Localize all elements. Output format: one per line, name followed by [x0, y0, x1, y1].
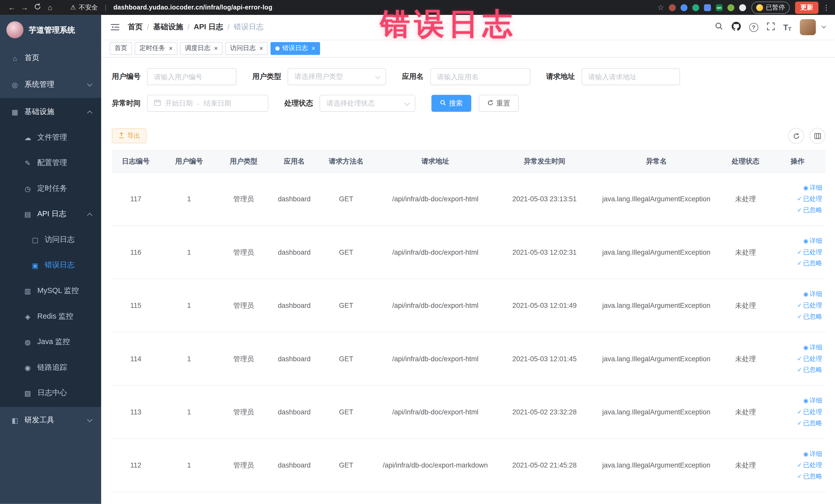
forward-icon[interactable]: → [18, 3, 31, 12]
detail-link[interactable]: ◉详细 [772, 395, 822, 406]
avatar-caret-icon[interactable] [822, 24, 826, 28]
cell-actions: ◉详细 ✓已处理 ✓已忽略 [770, 226, 826, 279]
sidebar-item-file-management[interactable]: ☁ 文件管理 [0, 124, 101, 150]
check-icon: ✓ [797, 355, 802, 362]
browser-menu-icon[interactable]: ⋮ [823, 3, 830, 11]
mark-processed-link[interactable]: ✓已处理 [772, 247, 822, 258]
mark-ignored-link[interactable]: ✓已忽略 [772, 258, 822, 269]
user-id-input[interactable] [147, 68, 237, 85]
extension-icon-paw[interactable] [739, 4, 746, 11]
sidebar-item-tracing[interactable]: ◉ 链路追踪 [0, 355, 101, 381]
tab-close-icon[interactable]: × [214, 45, 218, 52]
sidebar-item-label: 研发工具 [24, 416, 54, 425]
tab-schedule-log[interactable]: 调度日志 × [180, 42, 223, 55]
help-icon[interactable]: ? [749, 23, 758, 32]
eye-icon: ◉ [803, 450, 808, 457]
app-name-input[interactable] [430, 68, 530, 85]
sidebar-item-log-center[interactable]: ▧ 日志中心 [0, 380, 101, 406]
breadcrumb-home[interactable]: 首页 [128, 22, 143, 32]
breadcrumb-api-log[interactable]: API 日志 [194, 22, 223, 32]
mark-processed-link[interactable]: ✓已处理 [772, 193, 822, 205]
sidebar-item-dev-tools[interactable]: ◧ 研发工具 [0, 407, 101, 434]
sidebar-item-api-log[interactable]: ▤ API 日志 [0, 201, 101, 227]
reset-button[interactable]: 重置 [479, 95, 519, 112]
sidebar-item-error-log[interactable]: ▣ 错误日志 [0, 253, 101, 278]
sidebar-item-infrastructure[interactable]: ▦ 基础设施 [0, 99, 101, 125]
column-settings-button[interactable] [809, 128, 825, 144]
request-url-input[interactable] [581, 68, 680, 85]
tab-close-icon[interactable]: × [259, 45, 263, 52]
bookmark-star-icon[interactable]: ☆ [657, 3, 664, 12]
col-log-id: 日志编号 [112, 150, 160, 172]
user-type-select[interactable]: 请选择用户类型 [287, 68, 386, 85]
refresh-table-button[interactable] [788, 128, 804, 144]
extension-icon-grid[interactable] [704, 4, 711, 11]
address-url[interactable]: dashboard.yudao.iocoder.cn/infra/log/api… [114, 4, 272, 11]
mark-ignored-link[interactable]: ✓已忽略 [772, 418, 822, 429]
sidebar-item-system-management[interactable]: ◎ 系统管理 [0, 72, 101, 98]
mark-processed-link[interactable]: ✓已处理 [772, 300, 822, 311]
export-icon [118, 132, 125, 140]
home-nav-icon[interactable]: ⌂ [44, 3, 57, 12]
exception-time-range-picker[interactable]: 开始日期 - 结束日期 [147, 95, 268, 112]
font-size-icon[interactable]: TT [783, 23, 791, 32]
extension-icon-drop[interactable] [680, 4, 687, 11]
cell-app-name: dashboard [269, 332, 320, 385]
detail-link[interactable]: ◉详细 [772, 288, 822, 300]
detail-link[interactable]: ◉详细 [772, 236, 822, 247]
app-logo[interactable]: 芋道管理系统 [0, 15, 101, 45]
mark-processed-link[interactable]: ✓已处理 [772, 460, 822, 471]
cell-exception-name: java.lang.IllegalArgumentException [591, 226, 721, 279]
user-avatar[interactable] [800, 19, 816, 35]
edit-icon: ✎ [23, 159, 32, 167]
tab-error-log[interactable]: 错误日志 × [270, 42, 320, 55]
export-button[interactable]: 导出 [112, 128, 147, 143]
mark-processed-link[interactable]: ✓已处理 [772, 353, 822, 364]
github-icon[interactable] [732, 22, 740, 33]
sidebar-item-redis-monitor[interactable]: ◈ Redis 监控 [0, 304, 101, 329]
sidebar-item-mysql-monitor[interactable]: ▥ MySQL 监控 [0, 278, 101, 304]
tab-close-icon[interactable]: × [169, 45, 173, 52]
fullscreen-icon[interactable] [767, 22, 775, 32]
log-center-icon: ▧ [23, 389, 32, 397]
update-button[interactable]: 更新 [795, 1, 818, 14]
tab-access-log[interactable]: 访问日志 × [225, 42, 268, 55]
mark-processed-link[interactable]: ✓已处理 [772, 406, 822, 418]
extension-icon-leaf[interactable] [728, 4, 734, 11]
breadcrumb-infrastructure[interactable]: 基础设施 [153, 22, 183, 32]
back-icon[interactable]: ← [5, 3, 18, 12]
tab-close-icon[interactable]: × [312, 45, 315, 52]
sidebar-item-scheduled-tasks[interactable]: ◷ 定时任务 [0, 176, 101, 202]
search-button[interactable]: 搜索 [431, 95, 471, 112]
tab-home[interactable]: 首页 [109, 42, 132, 55]
tab-scheduled-tasks[interactable]: 定时任务 × [135, 42, 177, 55]
gear-icon: ◎ [11, 81, 19, 88]
table-header: 日志编号 用户编号 用户类型 应用名 请求方法名 请求地址 异常发生时间 异常名… [112, 150, 826, 172]
cell-exception-name: java.lang.IllegalArgumentException [591, 172, 721, 225]
detail-link[interactable]: ◉详细 [772, 182, 822, 194]
sidebar-item-java-monitor[interactable]: ◍ Java 监控 [0, 329, 101, 355]
mark-ignored-link[interactable]: ✓已忽略 [772, 205, 822, 216]
extension-icon-red[interactable] [669, 4, 676, 11]
sidebar-item-home[interactable]: ⌂ 首页 [0, 45, 101, 72]
user-type-label: 用户类型 [252, 72, 281, 81]
detail-link[interactable]: ◉详细 [772, 448, 822, 460]
sidebar-item-config-management[interactable]: ✎ 配置管理 [0, 150, 101, 176]
mark-ignored-link[interactable]: ✓已忽略 [772, 311, 822, 322]
process-status-select[interactable]: 请选择处理状态 [320, 95, 415, 112]
reload-icon[interactable] [31, 3, 44, 12]
search-icon[interactable] [715, 22, 723, 32]
sidebar-item-access-log[interactable]: ▢ 访问日志 [0, 227, 101, 253]
check-icon: ✓ [797, 260, 802, 266]
extension-icon-green[interactable] [692, 4, 699, 11]
mark-ignored-link[interactable]: ✓已忽略 [772, 364, 822, 376]
security-label[interactable]: 不安全 [79, 3, 98, 12]
cell-exception-time: 2021-05-03 12:01:45 [498, 332, 591, 385]
detail-link[interactable]: ◉详细 [772, 342, 822, 353]
sidebar-collapse-icon[interactable] [111, 23, 119, 31]
cloud-file-icon: ☁ [23, 134, 32, 141]
cell-user-id: 1 [160, 226, 218, 279]
mark-ignored-link[interactable]: ✓已忽略 [772, 471, 822, 482]
paused-badge[interactable]: 已暂停 [751, 1, 790, 14]
extension-icon-on[interactable]: on [716, 4, 722, 11]
